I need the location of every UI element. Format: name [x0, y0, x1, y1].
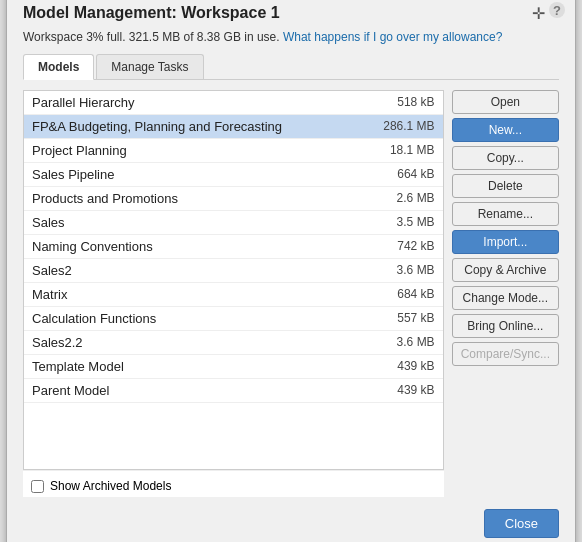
allowance-link[interactable]: What happens if I go over my allowance?	[283, 30, 502, 44]
change-mode-button[interactable]: Change Mode...	[452, 286, 559, 310]
table-row[interactable]: Template Model 439 kB	[24, 355, 443, 379]
model-name: Parallel Hierarchy	[32, 95, 370, 110]
bring-online-button[interactable]: Bring Online...	[452, 314, 559, 338]
show-archived-bar: Show Archived Models	[23, 470, 444, 497]
model-name: Project Planning	[32, 143, 370, 158]
model-size: 286.1 MB	[370, 119, 435, 134]
rename-button[interactable]: Rename...	[452, 202, 559, 226]
model-size: 557 kB	[370, 311, 435, 326]
model-name: Sales Pipeline	[32, 167, 370, 182]
model-size: 742 kB	[370, 239, 435, 254]
dialog-title: Model Management: Workspace 1	[23, 4, 559, 22]
table-row[interactable]: Sales Pipeline 664 kB	[24, 163, 443, 187]
compare-sync-button: Compare/Sync...	[452, 342, 559, 366]
model-list: Parallel Hierarchy 518 kB FP&A Budgeting…	[23, 90, 444, 470]
table-row[interactable]: Sales 3.5 MB	[24, 211, 443, 235]
delete-button[interactable]: Delete	[452, 174, 559, 198]
model-size: 439 kB	[370, 383, 435, 398]
close-button[interactable]: Close	[484, 509, 559, 538]
table-row[interactable]: Parent Model 439 kB	[24, 379, 443, 403]
model-name: Sales2.2	[32, 335, 370, 350]
model-name: Sales2	[32, 263, 370, 278]
model-name: FP&A Budgeting, Planning and Forecasting	[32, 119, 370, 134]
open-button[interactable]: Open	[452, 90, 559, 114]
table-row[interactable]: Naming Conventions 742 kB	[24, 235, 443, 259]
model-name: Template Model	[32, 359, 370, 374]
model-size: 3.6 MB	[370, 335, 435, 350]
workspace-info: Workspace 3% full. 321.5 MB of 8.38 GB i…	[23, 30, 559, 44]
model-name: Sales	[32, 215, 370, 230]
action-buttons: OpenNew...Copy...DeleteRename...Import..…	[452, 90, 559, 497]
model-name: Products and Promotions	[32, 191, 370, 206]
table-row[interactable]: Matrix 684 kB	[24, 283, 443, 307]
table-row[interactable]: Calculation Functions 557 kB	[24, 307, 443, 331]
help-icon[interactable]: ?	[549, 2, 565, 18]
tab-manage-tasks[interactable]: Manage Tasks	[96, 54, 203, 79]
model-name: Parent Model	[32, 383, 370, 398]
new-button[interactable]: New...	[452, 118, 559, 142]
table-row[interactable]: Parallel Hierarchy 518 kB	[24, 91, 443, 115]
model-name: Matrix	[32, 287, 370, 302]
copy-button[interactable]: Copy...	[452, 146, 559, 170]
import-button[interactable]: Import...	[452, 230, 559, 254]
copy-archive-button[interactable]: Copy & Archive	[452, 258, 559, 282]
model-size: 439 kB	[370, 359, 435, 374]
footer-bar: Close	[23, 509, 559, 538]
model-size: 18.1 MB	[370, 143, 435, 158]
model-size: 3.5 MB	[370, 215, 435, 230]
table-row[interactable]: Sales2 3.6 MB	[24, 259, 443, 283]
table-row[interactable]: Products and Promotions 2.6 MB	[24, 187, 443, 211]
model-size: 518 kB	[370, 95, 435, 110]
table-row[interactable]: Project Planning 18.1 MB	[24, 139, 443, 163]
model-management-dialog: ? ✛ Model Management: Workspace 1 Worksp…	[6, 0, 576, 542]
model-size: 3.6 MB	[370, 263, 435, 278]
model-size: 2.6 MB	[370, 191, 435, 206]
model-name: Naming Conventions	[32, 239, 370, 254]
content-area: Parallel Hierarchy 518 kB FP&A Budgeting…	[23, 90, 559, 497]
tab-bar: Models Manage Tasks	[23, 54, 559, 80]
table-row[interactable]: Sales2.2 3.6 MB	[24, 331, 443, 355]
tab-models[interactable]: Models	[23, 54, 94, 80]
table-row[interactable]: FP&A Budgeting, Planning and Forecasting…	[24, 115, 443, 139]
model-size: 664 kB	[370, 167, 435, 182]
model-size: 684 kB	[370, 287, 435, 302]
model-name: Calculation Functions	[32, 311, 370, 326]
move-icon: ✛	[532, 4, 545, 23]
show-archived-label: Show Archived Models	[50, 479, 171, 493]
show-archived-checkbox[interactable]	[31, 480, 44, 493]
